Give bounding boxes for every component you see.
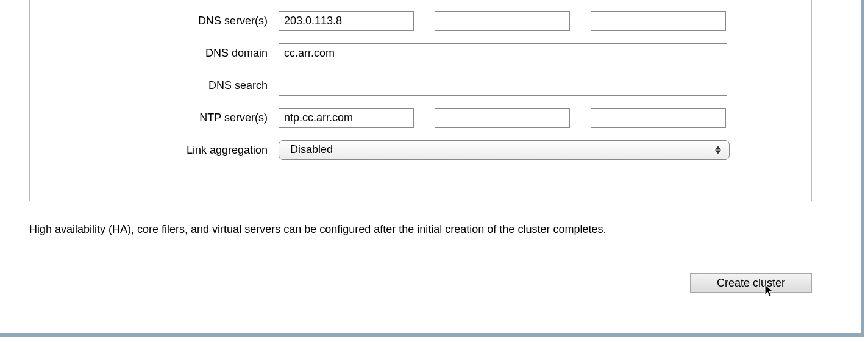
dns-search-row: DNS search bbox=[48, 76, 793, 96]
link-aggregation-select-wrap: Disabled bbox=[279, 140, 730, 160]
dns-servers-label: DNS server(s) bbox=[48, 15, 279, 27]
dns-servers-row: DNS server(s) bbox=[48, 11, 793, 31]
create-cluster-button[interactable]: Create cluster bbox=[690, 273, 812, 293]
dns-server-1-input[interactable] bbox=[279, 11, 414, 31]
dns-search-label: DNS search bbox=[48, 79, 279, 92]
ntp-servers-label: NTP server(s) bbox=[48, 112, 279, 124]
ntp-servers-inputs bbox=[279, 108, 793, 128]
link-aggregation-select[interactable]: Disabled bbox=[279, 140, 730, 160]
page-frame: DNS server(s) DNS domain DNS search NTP … bbox=[0, 0, 864, 337]
ntp-server-1-input[interactable] bbox=[279, 108, 414, 128]
dns-domain-label: DNS domain bbox=[48, 47, 279, 60]
ntp-servers-row: NTP server(s) bbox=[48, 108, 793, 128]
form-panel: DNS server(s) DNS domain DNS search NTP … bbox=[29, 0, 812, 201]
link-aggregation-row: Link aggregation Disabled bbox=[48, 140, 793, 160]
dns-domain-input[interactable] bbox=[279, 43, 727, 63]
ntp-server-2-input[interactable] bbox=[435, 108, 570, 128]
dns-domain-row: DNS domain bbox=[48, 43, 793, 63]
dns-search-input[interactable] bbox=[279, 76, 727, 96]
dns-servers-inputs bbox=[279, 11, 793, 31]
link-aggregation-label: Link aggregation bbox=[48, 144, 279, 157]
dns-server-2-input[interactable] bbox=[435, 11, 570, 31]
ntp-server-3-input[interactable] bbox=[591, 108, 726, 128]
dns-server-3-input[interactable] bbox=[591, 11, 726, 31]
post-creation-note: High availability (HA), core filers, and… bbox=[29, 223, 606, 236]
